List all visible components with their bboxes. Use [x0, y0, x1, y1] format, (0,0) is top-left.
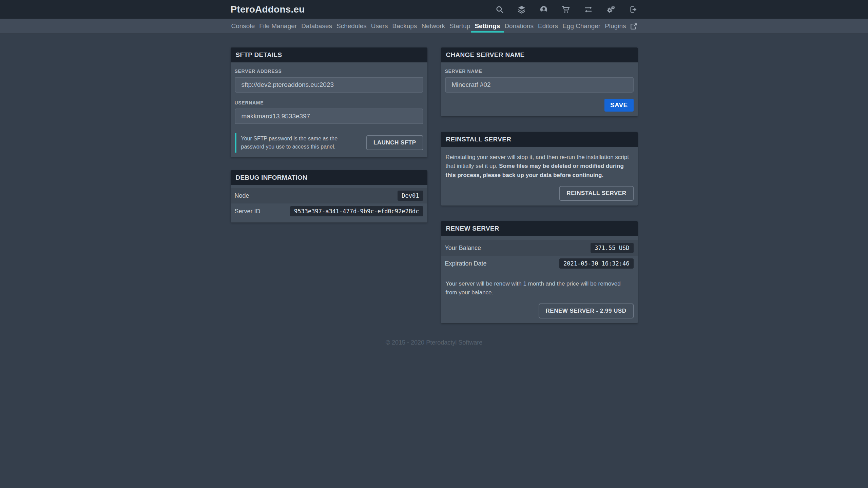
launch-sftp-button[interactable]: LAUNCH SFTP — [366, 135, 423, 150]
debug-card-title: DEBUG INFORMATION — [231, 170, 427, 185]
search-icon[interactable] — [496, 5, 504, 14]
brand-title[interactable]: PteroAddons.eu — [231, 4, 305, 15]
server-nav: Console File Manager Databases Schedules… — [0, 19, 868, 34]
tab-startup[interactable]: Startup — [449, 19, 471, 34]
transfer-icon[interactable] — [584, 5, 593, 14]
server-name-input[interactable] — [445, 77, 634, 93]
sftp-details-card: SFTP DETAILS SERVER ADDRESS USERNAME You… — [231, 47, 427, 157]
topbar-icon-group — [496, 5, 638, 14]
tab-plugins[interactable]: Plugins — [604, 19, 626, 34]
tab-file-manager[interactable]: File Manager — [258, 19, 297, 34]
username-input[interactable] — [235, 109, 423, 124]
cart-icon[interactable] — [562, 5, 570, 14]
top-bar: PteroAddons.eu — [0, 0, 868, 19]
balance-value: 371.55 USD — [591, 243, 633, 253]
expiration-value: 2021-05-30 16:32:46 — [559, 258, 633, 269]
tab-editors[interactable]: Editors — [537, 19, 559, 34]
reinstall-card-title: REINSTALL SERVER — [441, 132, 638, 147]
node-value: Dev01 — [398, 191, 423, 201]
tab-settings[interactable]: Settings — [474, 19, 501, 34]
table-row: Expiration Date 2021-05-30 16:32:46 — [441, 256, 638, 271]
renew-card-title: RENEW SERVER — [441, 221, 638, 236]
server-id-value: 9533e397-a341-477d-9b9c-efd0c92e28dc — [290, 206, 423, 216]
server-address-label: SERVER ADDRESS — [235, 69, 423, 74]
user-icon[interactable] — [540, 5, 548, 14]
reinstall-server-button[interactable]: REINSTALL SERVER — [559, 186, 633, 201]
change-server-name-card: CHANGE SERVER NAME SERVER NAME SAVE — [441, 47, 638, 116]
node-label: Node — [235, 192, 249, 199]
save-button[interactable]: SAVE — [604, 99, 634, 112]
tab-users[interactable]: Users — [370, 19, 389, 34]
cogs-icon[interactable] — [606, 5, 615, 14]
tab-schedules[interactable]: Schedules — [336, 19, 367, 34]
tab-console[interactable]: Console — [231, 19, 256, 34]
table-row: Node Dev01 — [231, 188, 427, 203]
tab-egg-changer[interactable]: Egg Changer — [562, 19, 601, 34]
layers-icon[interactable] — [518, 5, 526, 14]
sftp-password-note: Your SFTP password is the same as the pa… — [235, 133, 359, 153]
renew-info-text: Your server will be renew with 1 month a… — [446, 279, 633, 297]
tab-backups[interactable]: Backups — [391, 19, 418, 34]
renew-server-card: RENEW SERVER Your Balance 371.55 USD Exp… — [441, 221, 638, 323]
reinstall-server-card: REINSTALL SERVER Reinstalling your serve… — [441, 132, 638, 206]
server-address-input[interactable] — [235, 77, 423, 93]
rename-card-title: CHANGE SERVER NAME — [441, 47, 638, 62]
table-row: Server ID 9533e397-a341-477d-9b9c-efd0c9… — [231, 203, 427, 219]
username-label: USERNAME — [235, 100, 423, 105]
footer-copyright: © 2015 - 2020 Pterodactyl Software — [0, 339, 868, 346]
debug-information-card: DEBUG INFORMATION Node Dev01 Server ID 9… — [231, 170, 427, 222]
sftp-card-title: SFTP DETAILS — [231, 47, 427, 62]
reinstall-warning-text: Reinstalling your server will stop it, a… — [446, 153, 633, 180]
logout-icon[interactable] — [629, 5, 638, 14]
tab-network[interactable]: Network — [421, 19, 446, 34]
server-id-label: Server ID — [235, 208, 261, 215]
expiration-label: Expiration Date — [445, 260, 487, 267]
tab-donations[interactable]: Donations — [504, 19, 534, 34]
server-name-label: SERVER NAME — [445, 69, 634, 74]
table-row: Your Balance 371.55 USD — [441, 240, 638, 256]
external-link-icon[interactable] — [630, 19, 638, 34]
balance-label: Your Balance — [445, 245, 481, 252]
renew-server-button[interactable]: RENEW SERVER - 2.99 USD — [539, 304, 634, 318]
settings-content: SFTP DETAILS SERVER ADDRESS USERNAME You… — [231, 47, 638, 323]
tab-databases[interactable]: Databases — [301, 19, 333, 34]
